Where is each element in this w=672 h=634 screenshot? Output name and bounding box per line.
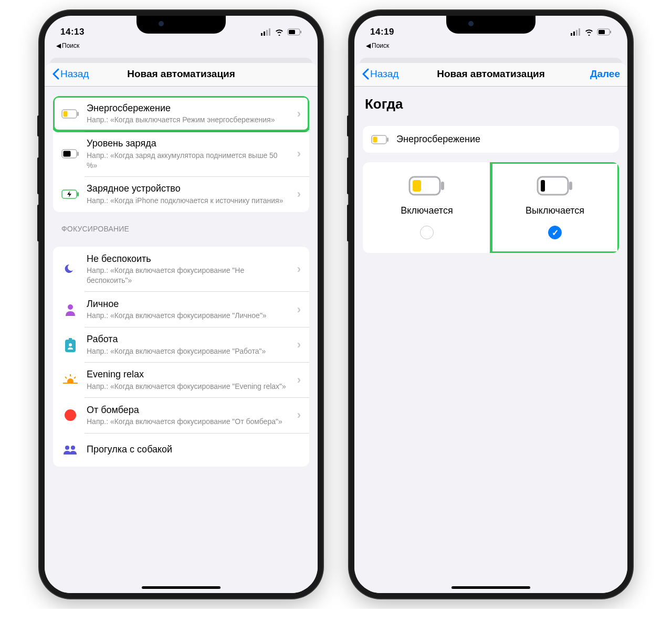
svg-rect-28 (571, 33, 572, 36)
svg-rect-2 (266, 30, 268, 36)
section-header-focus: ФОКУСИРОВАНИЕ (45, 212, 318, 237)
svg-rect-31 (579, 28, 580, 36)
row-text: Прогулка с собакой (87, 443, 301, 456)
row-text: Зарядное устройство Напр.: «Когда iPhone… (87, 183, 290, 205)
svg-rect-29 (573, 31, 575, 36)
svg-rect-43 (569, 182, 572, 190)
chevron-right-icon: › (297, 303, 301, 316)
charger-icon (61, 189, 79, 199)
svg-rect-11 (64, 151, 71, 157)
screen-right: 14:19 ◀ Поиск Назад Новая автоматизация … (354, 16, 627, 593)
chevron-left-icon (52, 68, 59, 80)
sunset-icon (61, 374, 79, 386)
row-dnd[interactable]: Не беспокоить Напр.: «Когда включается ф… (53, 247, 309, 292)
option-off[interactable]: Выключается (491, 162, 619, 253)
row-work[interactable]: Работа Напр.: «Когда включается фокусиро… (53, 327, 309, 362)
svg-rect-34 (610, 31, 611, 34)
svg-rect-14 (77, 192, 79, 196)
svg-point-25 (65, 409, 76, 421)
home-indicator[interactable] (452, 586, 530, 589)
svg-rect-30 (576, 30, 578, 36)
notch (446, 16, 536, 34)
nav-title: Новая автоматизация (437, 68, 545, 80)
row-dog-walk[interactable]: Прогулка с собакой (53, 433, 309, 467)
svg-rect-40 (441, 182, 444, 190)
svg-point-15 (68, 304, 73, 310)
chevron-right-icon: › (297, 373, 301, 387)
wifi-icon (275, 28, 284, 36)
row-bomber[interactable]: От бомбера Напр.: «Когда включается фоку… (53, 398, 309, 433)
row-low-power-mode[interactable]: Энергосбережение Напр.: «Когда выключает… (53, 96, 309, 131)
row-battery-level[interactable]: Уровень заряда Напр.: «Когда заряд аккум… (53, 131, 309, 176)
battery-level-icon (61, 149, 79, 158)
svg-rect-9 (77, 112, 79, 116)
back-caret-icon: ◀ (366, 42, 371, 49)
svg-rect-36 (373, 136, 377, 142)
svg-rect-0 (261, 33, 262, 36)
status-time: 14:19 (370, 27, 394, 37)
chevron-right-icon: › (297, 107, 301, 121)
notch (136, 16, 226, 34)
option-grid: Включается Выключается (363, 162, 619, 253)
cell-icon (261, 28, 271, 36)
option-section: Включается Выключается (363, 162, 619, 253)
sheet: Назад Новая автоматизация Энергосбережен… (45, 63, 318, 593)
battery-off-icon (537, 176, 573, 196)
status-icons (261, 28, 302, 36)
row-text: Работа Напр.: «Когда включается фокусиро… (87, 333, 290, 356)
nav-title: Новая автоматизация (127, 68, 235, 80)
chevron-right-icon: › (297, 338, 301, 352)
breadcrumb[interactable]: ◀ Поиск (45, 42, 318, 51)
svg-rect-37 (387, 138, 388, 142)
row-charger[interactable]: Зарядное устройство Напр.: «Когда iPhone… (53, 176, 309, 212)
svg-rect-5 (289, 30, 295, 34)
nav-bar: Назад Новая автоматизация Далее (354, 63, 627, 87)
row-text: От бомбера Напр.: «Когда включается фоку… (87, 404, 290, 427)
option-on[interactable]: Включается (363, 162, 491, 253)
svg-rect-17 (69, 338, 72, 341)
back-caret-icon: ◀ (56, 42, 61, 49)
moon-icon (61, 262, 79, 276)
breadcrumb[interactable]: ◀ Поиск (354, 42, 627, 51)
chevron-right-icon: › (297, 147, 301, 161)
phone-right: 14:19 ◀ Поиск Назад Новая автоматизация … (349, 10, 633, 598)
radio-unselected[interactable] (420, 226, 434, 239)
svg-rect-33 (598, 30, 605, 34)
row-evening-relax[interactable]: Evening relax Напр.: «Когда включается ф… (53, 362, 309, 397)
chevron-right-icon: › (297, 187, 301, 201)
svg-rect-1 (264, 31, 265, 36)
phone-left: 14:13 ◀ Поиск Назад Новая автоматизация (39, 10, 323, 598)
nav-back-button[interactable]: Назад (362, 68, 398, 80)
nav-bar: Назад Новая автоматизация (45, 63, 318, 87)
battery-section: Энергосбережение Напр.: «Когда выключает… (53, 96, 309, 212)
row-text: Личное Напр.: «Когда включается фокусиро… (87, 298, 290, 321)
nav-next-button[interactable]: Далее (590, 68, 620, 80)
row-text: Уровень заряда Напр.: «Когда заряд аккум… (87, 138, 290, 170)
battery-icon (287, 28, 302, 36)
option-on-label: Включается (401, 205, 453, 216)
trigger-label: Энергосбережение (396, 133, 480, 145)
option-off-label: Выключается (526, 205, 584, 216)
low-power-icon (61, 109, 79, 119)
svg-line-23 (65, 377, 67, 378)
dot-icon (61, 409, 79, 421)
row-personal[interactable]: Личное Напр.: «Когда включается фокусиро… (53, 292, 309, 327)
badge-icon (61, 337, 79, 352)
cell-icon (571, 28, 581, 36)
svg-point-26 (65, 446, 69, 450)
svg-rect-6 (300, 31, 301, 34)
home-indicator[interactable] (142, 586, 220, 589)
chevron-right-icon: › (297, 262, 301, 276)
svg-rect-8 (64, 111, 68, 117)
radio-selected[interactable] (548, 226, 562, 239)
svg-rect-12 (77, 152, 79, 156)
status-icons (571, 28, 612, 36)
chevron-left-icon (362, 68, 369, 80)
trigger-section: Энергосбережение (363, 126, 619, 153)
content[interactable]: Когда Энергосбережение Включается (354, 87, 627, 590)
low-power-icon (371, 135, 389, 144)
chevron-right-icon: › (297, 408, 301, 422)
svg-line-24 (74, 377, 76, 378)
content[interactable]: Энергосбережение Напр.: «Когда выключает… (45, 87, 318, 590)
nav-back-button[interactable]: Назад (52, 68, 89, 80)
